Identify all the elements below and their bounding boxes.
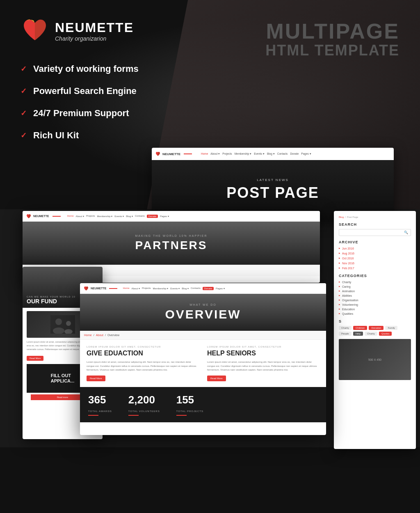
logo-area: NEUMETTE Charity organizarion <box>21 16 134 45</box>
post-nav-links: Home About ▾ Projects Membership ▾ Event… <box>201 152 311 156</box>
category-item-5: Volunteering <box>339 303 411 306</box>
checkmark-icon-0: ✓ <box>21 64 27 73</box>
tag-1: Children <box>353 326 367 330</box>
archive-item-4: Feb 2017 <box>339 266 411 270</box>
tag-3: Family <box>385 326 397 330</box>
tag-7: Quotes <box>379 332 392 336</box>
stat-number-1: 2,200 <box>128 394 160 406</box>
overview-lorem-1: LOREM IPSUM DOLOR SIT AMET, CONSECTETUR <box>207 346 320 348</box>
sidebar-search-bar[interactable]: 🔍 <box>339 229 411 236</box>
category-item-3: Abilities <box>339 294 411 297</box>
checkmark-icon-1: ✓ <box>21 87 27 96</box>
stat-item-0: 365 TOTAL AWARDS <box>88 394 112 416</box>
tag-4: People <box>339 332 352 336</box>
features-list: ✓ Variety of working forms ✓ Powerful Se… <box>21 64 139 141</box>
post-donate-btn[interactable]: Donate <box>290 152 299 156</box>
stat-label-2: TOTAL PROJECTS <box>176 410 203 412</box>
mockup-overview-page: NEUMETTE Home About ▾ Projects Membershi… <box>80 283 326 435</box>
sidebar-archive-heading: ARCHIVE <box>339 240 411 244</box>
sidebar-search-input[interactable] <box>342 231 404 234</box>
sidebar-tags-heading: S <box>339 319 411 323</box>
stat-underline-1 <box>128 415 139 416</box>
multipage-line2: HTML TEMPLATE <box>265 42 399 59</box>
fund-apply-text: FILL OUTAPPLICA... <box>48 373 78 384</box>
logo-text-block: NEUMETTE Charity organizarion <box>55 20 134 42</box>
overview-subtitle: WHAT WE DO <box>189 303 217 306</box>
sidebar-search-heading: SEARCH <box>339 222 411 227</box>
tag-2: Donation <box>369 326 383 330</box>
overview-col-0: LOREM IPSUM DOLOR SIT AMET, CONSECTETUR … <box>87 346 199 381</box>
category-item-4: Organisation <box>339 298 411 302</box>
partners-mini-logo: NEUMETTE <box>26 213 49 219</box>
overview-section-body-0: Lorem ipsum dolor sit amet, consectetur … <box>87 360 199 372</box>
partners-title: PARTNERS <box>135 239 208 252</box>
overview-col-1: LOREM IPSUM DOLOR SIT AMET, CONSECTETUR … <box>207 346 320 381</box>
mockup-sidebar-blog: Blog / Post Page SEARCH 🔍 ARCHIVE Jun 20… <box>334 211 416 449</box>
sidebar-tag-cloud: Charity Children Donation Family People … <box>339 326 411 336</box>
feature-item-2: ✓ 24/7 Premium Support <box>21 108 139 119</box>
overview-breadcrumb: Home / About / Overview <box>80 331 326 340</box>
tag-0: Charity <box>339 326 352 330</box>
post-mini-logo: NEUMETTE <box>155 151 180 157</box>
stat-number-0: 365 <box>88 394 112 406</box>
overview-mini-logo: NEUMETTE <box>83 286 107 291</box>
overview-read-more-1[interactable]: Read More <box>207 376 226 381</box>
overview-read-more-0[interactable]: Read More <box>87 376 105 381</box>
overview-stats-bar: 365 TOTAL AWARDS 2,200 TOTAL VOLUNTEERS … <box>80 387 326 422</box>
category-item-2: Animation <box>339 289 411 293</box>
overview-section-title-0: GIVE EDUACTION <box>87 350 199 357</box>
brand-tagline: Charity organizarion <box>55 35 134 42</box>
archive-item-0: Jun 2016 <box>339 247 411 250</box>
partners-subtitle: MAKING THE WORLD 10% HAPPIER <box>135 234 207 237</box>
latest-news-label: LATEST NEWS <box>257 178 289 182</box>
stat-label-0: TOTAL AWARDS <box>88 410 112 412</box>
category-item-0: Charity <box>339 280 411 284</box>
overview-nav-bar: NEUMETTE Home About ▾ Projects Membershi… <box>80 283 326 294</box>
checkmark-icon-2: ✓ <box>21 109 27 118</box>
sidebar-image-label: 500 X 450 <box>368 358 381 361</box>
feature-item-3: ✓ Rich UI Kit <box>21 130 139 141</box>
sidebar-breadcrumb: Blog / Post Page <box>339 216 411 218</box>
stat-underline-2 <box>176 415 187 416</box>
overview-hero: WHAT WE DO OVERVIEW <box>80 294 326 331</box>
tag-6: Charity <box>365 332 377 336</box>
overview-section-title-1: HELP SENIORS <box>207 350 320 357</box>
category-item-6: Education <box>339 307 411 311</box>
partners-nav-bar: NEUMETTE Home About ▾ Projects Membershi… <box>23 211 320 222</box>
overview-title: OVERVIEW <box>165 307 241 321</box>
feature-label-1: Powerful Search Engine <box>33 86 137 96</box>
post-brand-name: NEUMETTE <box>162 152 180 156</box>
checkmark-icon-3: ✓ <box>21 131 27 140</box>
overview-content: LOREM IPSUM DOLOR SIT AMET, CONSECTETUR … <box>80 340 326 387</box>
logo-heart-icon <box>21 16 49 45</box>
feature-label-3: Rich UI Kit <box>33 130 79 141</box>
brand-name: NEUMETTE <box>55 20 134 35</box>
stat-underline-0 <box>88 415 98 416</box>
sidebar-archive-list: Jun 2016 Aug 2016 Oct 2016 Nov 2016 Feb … <box>339 247 411 270</box>
multipage-line1: MULTIPAGE <box>265 21 399 42</box>
overview-lorem-0: LOREM IPSUM DOLOR SIT AMET, CONSECTETUR <box>87 346 199 348</box>
sidebar-categories-list: Charity Caring Animation Abilities Organ… <box>339 280 411 315</box>
feature-item-1: ✓ Powerful Search Engine <box>21 86 139 96</box>
bottom-background <box>0 447 420 513</box>
feature-label-2: 24/7 Premium Support <box>33 108 129 119</box>
stat-item-2: 155 TOTAL PROJECTS <box>176 394 203 416</box>
search-icon[interactable]: 🔍 <box>404 231 408 234</box>
svg-point-3 <box>66 321 71 326</box>
overview-section-body-1: Lorem ipsum dolor sit amet, consectetur … <box>207 360 320 372</box>
sidebar-placeholder-image: 500 X 450 <box>339 339 411 380</box>
category-item-7: Qualities <box>339 312 411 315</box>
feature-item-0: ✓ Variety of working forms <box>21 64 139 74</box>
archive-item-2: Oct 2016 <box>339 256 411 260</box>
fund-read-more-btn[interactable]: Read More <box>27 356 43 361</box>
svg-point-1 <box>55 318 62 325</box>
archive-item-3: Nov 2016 <box>339 261 411 265</box>
post-page-title: POST PAGE <box>226 184 319 202</box>
category-item-1: Caring <box>339 285 411 288</box>
stat-label-1: TOTAL VOLUNTEERS <box>128 410 160 412</box>
sidebar-categories-heading: CATEGORIES <box>339 274 411 278</box>
stat-item-1: 2,200 TOTAL VOLUNTEERS <box>128 394 160 416</box>
archive-item-1: Aug 2016 <box>339 252 411 255</box>
feature-label-0: Variety of working forms <box>33 64 139 74</box>
partners-hero: MAKING THE WORLD 10% HAPPIER PARTNERS <box>23 222 320 265</box>
